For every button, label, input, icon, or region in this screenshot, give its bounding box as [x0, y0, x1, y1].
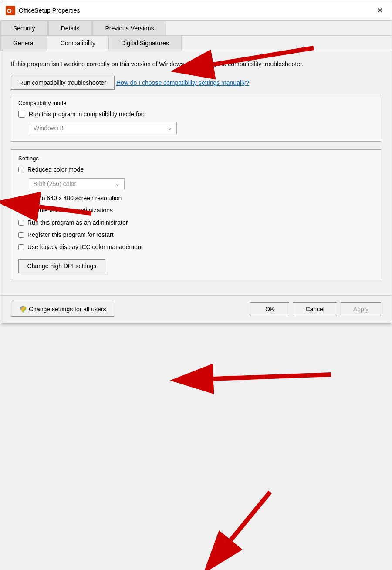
settings-item-icc: Use legacy display ICC color management: [18, 243, 374, 250]
footer-buttons: OK Cancel Apply: [250, 302, 381, 316]
restart-label: Register this program for restart: [27, 231, 114, 238]
color-mode-value: 8-bit (256) color: [34, 180, 76, 187]
how-to-link[interactable]: How do I choose compatibility settings m…: [116, 79, 249, 86]
svg-line-7: [231, 492, 270, 540]
tabs-bottom-row: General Compatibility Digital Signatures: [0, 36, 392, 51]
cancel-button[interactable]: Cancel: [293, 302, 337, 316]
main-content: If this program isn't working correctly …: [0, 51, 392, 295]
tab-security[interactable]: Security: [0, 21, 48, 35]
chevron-down-icon-color: ⌄: [115, 181, 120, 187]
settings-item-640x480: Run in 640 x 480 screen resolution: [18, 195, 374, 202]
settings-section: Settings Reduced color mode 8-bit (256) …: [11, 149, 381, 280]
tab-previous-versions[interactable]: Previous Versions: [92, 21, 166, 35]
apply-button[interactable]: Apply: [341, 302, 381, 316]
compatibility-mode-checkbox-row: Run this program in compatibility mode f…: [18, 111, 374, 118]
svg-text:O: O: [7, 7, 12, 14]
reduced-color-checkbox[interactable]: [18, 167, 24, 172]
ok-button[interactable]: OK: [250, 302, 289, 316]
restart-checkbox[interactable]: [18, 232, 24, 238]
compatibility-mode-checkbox[interactable]: [18, 111, 25, 118]
tabs-top-row: Security Details Previous Versions: [0, 21, 392, 36]
office-icon: O: [6, 6, 15, 15]
color-mode-dropdown[interactable]: 8-bit (256) color ⌄: [29, 178, 125, 189]
settings-item-admin: Run this program as an administrator: [18, 219, 374, 226]
window-title: OfficeSetup Properties: [19, 7, 80, 14]
change-all-users-button[interactable]: Change settings for all users: [11, 302, 114, 317]
compatibility-mode-dropdown-value: Windows 8: [34, 125, 63, 132]
reduced-color-label: Reduced color mode: [27, 166, 84, 173]
640x480-label: Run in 640 x 480 screen resolution: [27, 195, 122, 202]
chevron-down-icon: ⌄: [168, 125, 172, 131]
description-text: If this program isn't working correctly …: [11, 60, 307, 69]
run-troubleshooter-button[interactable]: Run compatibility troubleshooter: [11, 76, 115, 90]
tab-details[interactable]: Details: [48, 21, 92, 35]
tab-general[interactable]: General: [0, 36, 47, 51]
compatibility-mode-dropdown[interactable]: Windows 8 ⌄: [29, 122, 177, 134]
compatibility-mode-checkbox-label: Run this program in compatibility mode f…: [29, 111, 145, 118]
title-bar: O OfficeSetup Properties ✕: [0, 0, 392, 21]
compatibility-mode-label: Compatibility mode: [18, 100, 374, 106]
change-dpi-button[interactable]: Change high DPI settings: [18, 259, 105, 273]
fullscreen-checkbox[interactable]: [18, 208, 24, 213]
icc-label: Use legacy display ICC color management: [27, 243, 143, 250]
icc-checkbox[interactable]: [18, 244, 24, 250]
settings-item-reduced-color: Reduced color mode: [18, 166, 374, 173]
bottom-area: Change settings for all users OK Cancel …: [0, 295, 392, 323]
svg-line-6: [213, 374, 331, 379]
tab-compatibility[interactable]: Compatibility: [48, 36, 108, 51]
fullscreen-label: Disable fullscreen optimizations: [27, 207, 113, 214]
tab-digital-signatures[interactable]: Digital Signatures: [108, 36, 182, 51]
settings-item-fullscreen: Disable fullscreen optimizations: [18, 207, 374, 214]
shield-icon: [19, 305, 27, 313]
svg-marker-2: [20, 306, 26, 313]
640x480-checkbox[interactable]: [18, 196, 24, 201]
change-all-users-label: Change settings for all users: [29, 306, 106, 313]
admin-label: Run this program as an administrator: [27, 219, 128, 226]
compatibility-mode-section: Compatibility mode Run this program in c…: [11, 94, 381, 142]
settings-item-restart: Register this program for restart: [18, 231, 374, 238]
close-button[interactable]: ✕: [373, 4, 386, 17]
admin-checkbox[interactable]: [18, 220, 24, 226]
settings-label: Settings: [18, 155, 374, 162]
